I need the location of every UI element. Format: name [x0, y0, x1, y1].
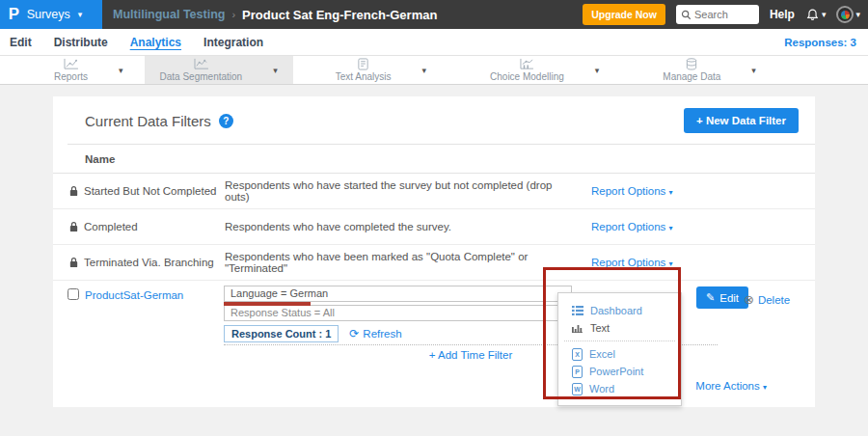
lock-icon	[68, 185, 84, 197]
chevron-down-icon: ▾	[669, 188, 673, 197]
line-chart-icon	[63, 58, 79, 70]
chevron-down-icon: ▾	[822, 11, 827, 19]
surveys-menu[interactable]: P Surveys ▾	[0, 0, 102, 29]
bar-chart-icon	[572, 323, 583, 333]
nav-tab-distribute[interactable]: Distribute	[54, 36, 108, 49]
condition-response-status[interactable]: Response Status = All	[224, 305, 572, 321]
more-actions-label: More Actions	[695, 380, 759, 392]
menu-item-label: Word	[589, 383, 614, 395]
more-actions-link[interactable]: More Actions ▾	[695, 380, 767, 392]
menu-item-label: Text	[590, 322, 610, 334]
add-time-filter-link[interactable]: + Add Time Filter	[429, 349, 513, 361]
new-data-filter-button[interactable]: + New Data Filter	[684, 108, 799, 133]
upgrade-now-button[interactable]: Upgrade Now	[583, 4, 665, 25]
chevron-down-icon: ▾	[763, 383, 767, 392]
menu-item-excel[interactable]: X Excel	[558, 345, 681, 363]
toolbar-item-manage-data[interactable]: Manage Data	[647, 56, 736, 84]
questionpro-logo-icon: P	[9, 6, 19, 23]
delete-button[interactable]: ⊗Delete	[744, 293, 790, 306]
chevron-down-icon: ▾	[855, 11, 860, 19]
refresh-link[interactable]: ⟳Refresh	[349, 327, 401, 341]
nav-tab-integration[interactable]: Integration	[203, 36, 263, 49]
top-bar: P Surveys ▾ Multilingual Testing › Produ…	[0, 0, 868, 29]
search-box[interactable]	[676, 5, 759, 24]
circle-x-icon: ⊗	[744, 293, 754, 306]
powerpoint-file-icon: P	[572, 366, 583, 378]
toolbar-item-data-segmentation[interactable]: Data Segmentation	[145, 56, 258, 84]
data-segmentation-dropdown-caret[interactable]: ▾	[258, 56, 293, 84]
notifications-button[interactable]: ▾	[805, 8, 827, 22]
red-underline-annotation	[224, 302, 311, 306]
filter-description: Respondents who have been marked as "Quo…	[225, 251, 572, 274]
toolbar-group-manage-data: Manage Data ▾	[647, 56, 772, 84]
condition-language[interactable]: Language = German	[224, 286, 572, 302]
word-file-icon: W	[572, 383, 583, 395]
analytics-toolbar: Reports ▾ Data Segmentation ▾ Text Analy…	[0, 55, 868, 85]
report-options-menu: Dashboard Text X Excel P PowerPoint W Wo…	[557, 292, 682, 406]
excel-file-icon: X	[572, 348, 583, 361]
toolbar-item-label: Reports	[54, 71, 88, 82]
help-link[interactable]: Help	[770, 8, 795, 21]
toolbar-item-label: Choice Modelling	[490, 71, 564, 82]
menu-item-label: Excel	[589, 348, 615, 360]
filter-name-link[interactable]: ProductSat-German	[85, 289, 183, 301]
breadcrumb-current: Product Sat Eng-French-German	[242, 8, 437, 22]
table-header-name: Name	[53, 145, 815, 174]
filter-description: Respondents who have started the survey …	[225, 179, 572, 203]
edit-label: Edit	[719, 292, 739, 304]
card-header: Current Data Filters ? + New Data Filter	[53, 96, 815, 144]
toolbar-group-text-analysis: Text Analysis ▾	[320, 56, 442, 84]
help-icon[interactable]: ?	[219, 114, 233, 128]
main-content: Current Data Filters ? + New Data Filter…	[0, 85, 868, 436]
app-menu-label: Surveys	[27, 8, 70, 21]
reports-dropdown-caret[interactable]: ▾	[103, 56, 139, 84]
breadcrumb-parent[interactable]: Multilingual Testing	[113, 8, 225, 21]
refresh-icon: ⟳	[349, 327, 359, 341]
edit-button[interactable]: ✎Edit	[696, 286, 748, 309]
report-options-link[interactable]: Report Options ▾	[591, 221, 673, 232]
search-input[interactable]	[694, 9, 754, 20]
toolbar-item-label: Data Segmentation	[160, 71, 243, 82]
report-options-link[interactable]: Report Options ▾	[591, 185, 673, 197]
toolbar-item-text-analysis[interactable]: Text Analysis	[320, 56, 407, 84]
nav-tab-analytics[interactable]: Analytics	[130, 36, 181, 49]
chevron-down-icon: ▾	[669, 259, 673, 268]
text-analysis-dropdown-caret[interactable]: ▾	[407, 56, 443, 84]
menu-item-label: PowerPoint	[589, 366, 643, 377]
bell-icon	[805, 8, 820, 22]
page-title: Current Data Filters	[85, 113, 211, 129]
avatar-gauge-icon	[841, 11, 850, 19]
manage-data-dropdown-caret[interactable]: ▾	[736, 56, 772, 84]
chevron-down-icon: ▾	[669, 224, 673, 232]
filter-conditions: Language = German Response Status = All …	[224, 286, 572, 342]
menu-item-text[interactable]: Text	[558, 319, 681, 337]
menu-item-powerpoint[interactable]: P PowerPoint	[558, 363, 681, 380]
report-options-link[interactable]: Report Options ▾	[591, 257, 673, 268]
avatar	[836, 6, 854, 23]
lock-icon	[68, 257, 84, 268]
lock-icon	[68, 221, 84, 232]
delete-label: Delete	[758, 294, 790, 306]
report-options-label: Report Options	[591, 185, 665, 197]
refresh-label: Refresh	[363, 328, 401, 340]
text-analysis-icon	[356, 58, 370, 70]
active-filter-row: ProductSat-German Language = German Resp…	[53, 281, 815, 366]
menu-item-dashboard[interactable]: Dashboard	[558, 302, 681, 319]
filter-name: Started But Not Completed	[84, 185, 225, 197]
dashboard-icon	[572, 306, 583, 315]
toolbar-item-choice-modelling[interactable]: Choice Modelling	[475, 56, 580, 84]
menu-item-word[interactable]: W Word	[558, 380, 681, 397]
responses-count[interactable]: Responses: 3	[784, 37, 856, 48]
nav-tab-edit[interactable]: Edit	[10, 36, 32, 49]
choice-modelling-dropdown-caret[interactable]: ▾	[580, 56, 615, 84]
toolbar-item-label: Text Analysis	[336, 71, 392, 82]
account-menu-button[interactable]: ▾	[836, 6, 860, 23]
filter-checkbox[interactable]	[68, 288, 79, 300]
toolbar-item-reports[interactable]: Reports	[39, 56, 103, 84]
breadcrumb-separator-icon: ›	[231, 9, 235, 20]
breadcrumb: Multilingual Testing › Product Sat Eng-F…	[113, 8, 437, 22]
table-row: Terminated Via. Branching Respondents wh…	[53, 245, 815, 281]
report-options-label: Report Options	[591, 257, 665, 268]
toolbar-item-label: Manage Data	[663, 71, 720, 82]
filter-description: Respondents who have completed the surve…	[225, 221, 572, 232]
